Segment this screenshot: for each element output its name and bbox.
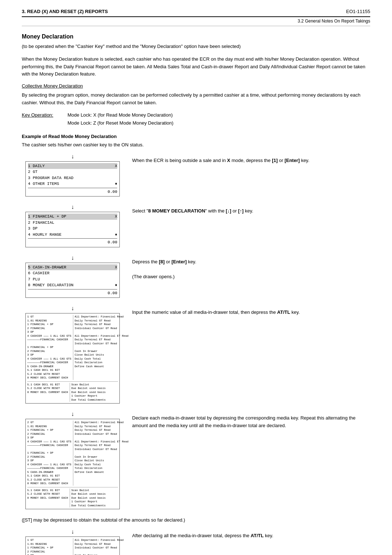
step1-desc: When the ECR is being outside a sale and…	[132, 153, 370, 165]
page-wrapper: 3. READ (X) AND RESET (Z) REPORTS EO1-11…	[0, 0, 392, 555]
step3-row: ↓ 5 CASH-IN-DRAWER X 6 CASHIER 7 PLU 8 M…	[22, 255, 370, 299]
step5-desc: Declare each media-in-drawer total by de…	[132, 411, 370, 430]
sub-header-text: 3.2 General Notes On Report Takings	[298, 19, 370, 24]
receipt-left-2: 5.1 CASH DECL 01 BIT 5.2 CLOSE WITH RESE…	[27, 383, 70, 402]
step2-screen: ↓ 1 FINANCIAL + DP X 2 FINANCIAL 3 DP 4 …	[22, 204, 123, 248]
arrow-down-6: ↓	[71, 528, 74, 535]
header-left: 3. READ (X) AND RESET (Z) REPORTS	[22, 9, 108, 14]
receipt3-right-1: All Department: Financial Read Daily Ter…	[75, 538, 124, 555]
receipt-img-2: 2 GT 1.01 READING 1 FINANCIAL + DP 2 FIN…	[25, 419, 120, 509]
step1-screen: ↓ 1 DAILY X 2 GT 3 PROGRAM DATA READ 4 O…	[22, 153, 123, 198]
step2-desc: Select "8 MOMEY DECLARATION" with the [↓…	[132, 204, 370, 215]
step1-row: ↓ 1 DAILY X 2 GT 3 PROGRAM DATA READ 4 O…	[22, 153, 370, 198]
key-op-label: Key Operation:	[22, 111, 62, 127]
step4-screen: ↓ 1 GT 1.01 READING 1 FINANCIAL + DP 2 F…	[22, 305, 123, 404]
receipt-right-2: Scan Ballot Due Ballot used basis Due Ba…	[72, 383, 118, 402]
receipt2-left-2: 5.1 CASH DECL 01 BIT 5.2 CLOSE WITH RESE…	[27, 489, 70, 508]
lcd-row-1-2: 2 GT	[28, 169, 117, 175]
step6-row: ↓ 1 GT 1.01 READING 1 FINANCIAL + DP 2 F…	[22, 528, 370, 555]
receipt-img-1: 1 GT 1.01 READING 1 FINANCIAL + DP 2 FIN…	[25, 313, 120, 404]
lcd-row-2-1: 1 FINANCIAL + DP X	[28, 214, 117, 220]
step6-screen: ↓ 1 GT 1.01 READING 1 FINANCIAL + DP 2 F…	[22, 528, 123, 555]
collective-body: By selecting the program option, money d…	[22, 92, 370, 107]
key-op-line2: Mode Lock: Z (for Reset Mode Money Decla…	[68, 119, 173, 127]
arrow-down-5: ↓	[71, 411, 74, 417]
receipt2-left-1: 2 GT 1.01 READING 1 FINANCIAL + DP 2 FIN…	[27, 421, 73, 486]
lcd-row-3-2: 6 CASHIER	[28, 270, 117, 276]
st-note: ([ST] may be depressed to obtain the sub…	[22, 516, 370, 524]
example-intro: The cashier sets his/her own cashier key…	[22, 141, 370, 149]
receipt2-right-1: All Department: Financial Read Daily Ter…	[75, 421, 129, 486]
step4-desc: Input the numeric value of all media-in-…	[132, 305, 370, 316]
receipt2-section-2: 5.1 CASH DECL 01 BIT 5.2 CLOSE WITH RESE…	[27, 487, 118, 508]
key-operation-block: Key Operation: Mode Lock: X (for Read Mo…	[22, 111, 370, 127]
lcd-row-3-3: 7 PLU	[28, 276, 117, 283]
step5-row: ↓ 2 GT 1.01 READING 1 FINANCIAL + DP 2 F…	[22, 411, 370, 510]
lcd-screen-3: 5 CASH-IN-DRAWER X 6 CASHIER 7 PLU 8 MON…	[25, 263, 120, 298]
collective-title: Collective Money Declaration	[22, 83, 370, 89]
page-header: 3. READ (X) AND RESET (Z) REPORTS EO1-11…	[22, 9, 370, 17]
intro-text-1: (to be operated when the "Cashier Key" m…	[22, 43, 370, 50]
lcd-screen-2: 1 FINANCIAL + DP X 2 FINANCIAL 3 DP 4 HO…	[25, 212, 120, 247]
key-op-line1: Mode Lock: X (for Read Mode Money Declar…	[68, 111, 173, 119]
lcd-amount-2: 0.00	[28, 238, 117, 246]
receipt2-right-2: Scan Ballot Due Ballot used basis Due Ba…	[72, 489, 118, 508]
arrow-down-3: ↓	[71, 255, 74, 261]
lcd-row-1-3: 3 PROGRAM DATA READ	[28, 175, 117, 181]
intro-text-2: When the Money Declaration feature is se…	[22, 56, 370, 78]
lcd-amount-1: 0.00	[28, 188, 117, 195]
step3-screen: ↓ 5 CASH-IN-DRAWER X 6 CASHIER 7 PLU 8 M…	[22, 255, 123, 299]
lcd-row-3-1: 5 CASH-IN-DRAWER X	[28, 264, 117, 271]
receipt-left-1: 1 GT 1.01 READING 1 FINANCIAL + DP 2 FIN…	[27, 315, 73, 380]
lcd-amount-3: 0.00	[28, 289, 117, 296]
sub-header: 3.2 General Notes On Report Takings	[22, 19, 370, 26]
step2-row: ↓ 1 FINANCIAL + DP X 2 FINANCIAL 3 DP 4 …	[22, 204, 370, 248]
lcd-row-2-3: 3 DP	[28, 226, 117, 232]
lcd-row-2-4: 4 HOURLY RANGE ♦	[28, 232, 117, 238]
lcd-row-3-4: 8 MONEY DECLARATION ♦	[28, 282, 117, 288]
lcd-row-1-1: 1 DAILY X	[28, 163, 117, 169]
section-title: Money Declaration	[22, 33, 370, 40]
key-op-content: Mode Lock: X (for Read Mode Money Declar…	[68, 111, 173, 127]
step4-row: ↓ 1 GT 1.01 READING 1 FINANCIAL + DP 2 F…	[22, 305, 370, 404]
header-right: EO1-11155	[346, 9, 371, 14]
step6-desc: After declaring all the media-in-drawer …	[132, 528, 370, 540]
receipt-img-3: 1 GT 1.01 READING 1 FINANCIAL + DP 2 FIN…	[25, 536, 120, 555]
receipt-right-1: All Department: Financial Read Daily Ter…	[75, 315, 129, 380]
receipt-section-2: 5.1 CASH DECL 01 BIT 5.2 CLOSE WITH RESE…	[27, 381, 118, 402]
step5-screen: ↓ 2 GT 1.01 READING 1 FINANCIAL + DP 2 F…	[22, 411, 123, 510]
step3-desc: Depress the [8] or [Enter] key. (The dra…	[132, 255, 370, 281]
lcd-row-2-2: 2 FINANCIAL	[28, 220, 117, 226]
arrow-down-2: ↓	[71, 204, 74, 210]
arrow-down-1: ↓	[71, 153, 74, 160]
lcd-row-1-4: 4 OTHER ITEMS ♦	[28, 181, 117, 187]
receipt3-left-1: 1 GT 1.01 READING 1 FINANCIAL + DP 2 FIN…	[27, 538, 73, 555]
arrow-down-4: ↓	[71, 305, 74, 312]
example-heading: Example of Read Mode Money Declaration	[22, 134, 370, 139]
lcd-screen-1: 1 DAILY X 2 GT 3 PROGRAM DATA READ 4 OTH…	[25, 161, 120, 197]
